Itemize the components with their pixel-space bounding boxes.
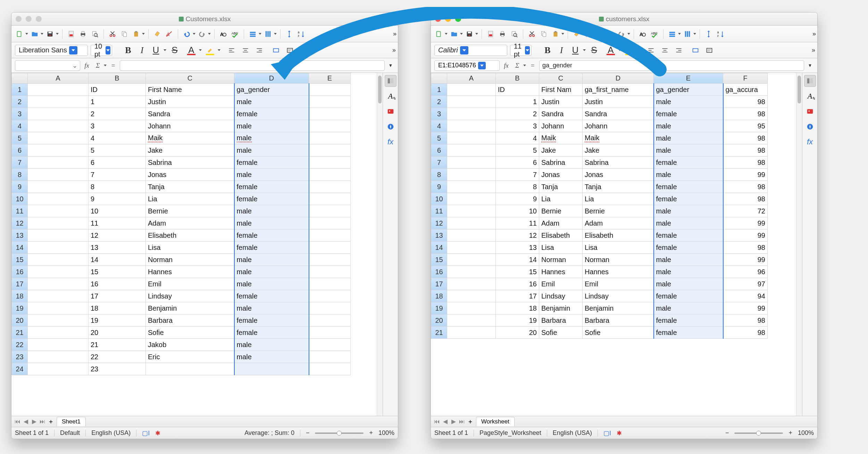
cell[interactable] (447, 144, 496, 157)
zoom-slider[interactable] (734, 432, 783, 434)
row-icon[interactable] (667, 29, 677, 39)
cell[interactable]: Lia (539, 193, 583, 205)
cell[interactable]: ga_accura (723, 84, 768, 96)
font-size-select[interactable]: 10 pt (91, 45, 112, 56)
cell[interactable] (309, 205, 351, 217)
cell[interactable]: 3 (496, 120, 539, 132)
print-icon[interactable] (497, 29, 508, 39)
cell[interactable] (28, 144, 89, 157)
cell[interactable] (309, 314, 351, 327)
open-icon[interactable] (449, 29, 459, 39)
cell[interactable]: 15 (89, 266, 146, 278)
cell[interactable]: female (234, 193, 309, 205)
cell[interactable] (28, 290, 89, 302)
cell[interactable]: male (234, 351, 309, 363)
sort-az-icon[interactable]: az (296, 29, 306, 39)
cut-icon[interactable] (107, 29, 118, 39)
cell[interactable]: male (234, 169, 309, 181)
cell[interactable] (447, 169, 496, 181)
cell[interactable]: Hannes (146, 266, 234, 278)
cell[interactable]: Johann (146, 120, 234, 132)
cell[interactable]: 98 (723, 314, 768, 327)
cell[interactable]: Elisabeth (583, 229, 654, 242)
cell[interactable] (447, 132, 496, 144)
dropdown-icon[interactable] (583, 49, 586, 51)
cut-icon[interactable] (527, 29, 537, 39)
highlight-button[interactable] (205, 45, 216, 56)
zoom-slider[interactable] (315, 432, 364, 434)
cell[interactable]: male (234, 339, 309, 351)
cell[interactable]: Jonas (146, 169, 234, 181)
row-header[interactable]: 18 (431, 290, 447, 302)
cell[interactable]: 23 (89, 363, 146, 375)
cell[interactable]: male (234, 217, 309, 229)
cell[interactable] (28, 242, 89, 254)
close-button[interactable] (435, 16, 441, 22)
dropdown-icon[interactable] (678, 33, 681, 35)
save-icon[interactable] (464, 29, 475, 39)
cell[interactable]: male (234, 120, 309, 132)
row-header[interactable]: 14 (431, 242, 447, 254)
column-header[interactable]: F (723, 73, 768, 84)
cell[interactable]: Barbara (583, 314, 654, 327)
cell[interactable]: Benjamin (583, 302, 654, 314)
row-header[interactable]: 23 (12, 351, 28, 363)
cell[interactable] (28, 193, 89, 205)
cell[interactable]: Barbara (146, 314, 234, 327)
row-header[interactable]: 10 (12, 193, 28, 205)
merge-button[interactable] (690, 45, 701, 56)
cell[interactable] (28, 351, 89, 363)
cell[interactable]: Sofie (146, 327, 234, 339)
toolbar-overflow-icon[interactable]: » (812, 30, 815, 37)
cell[interactable] (309, 363, 351, 375)
column-header[interactable]: D (234, 73, 309, 84)
print-icon[interactable] (78, 29, 88, 39)
cell[interactable] (309, 108, 351, 120)
close-button[interactable] (16, 16, 22, 22)
align-center-button[interactable] (659, 45, 670, 56)
row-header[interactable]: 16 (431, 266, 447, 278)
zoom-out-icon[interactable]: − (306, 429, 310, 437)
cell[interactable]: 98 (723, 193, 768, 205)
cell[interactable]: Bernie (146, 205, 234, 217)
functions-panel-icon[interactable]: fx (804, 136, 816, 148)
cell[interactable] (309, 242, 351, 254)
column-header[interactable]: E (654, 73, 723, 84)
cell[interactable]: male (234, 266, 309, 278)
vertical-scrollbar[interactable] (377, 73, 383, 416)
cell[interactable]: Hannes (583, 266, 654, 278)
page-style[interactable]: PageStyle_Worksheet (479, 429, 541, 437)
cell[interactable]: female (654, 314, 723, 327)
row-header[interactable]: 21 (431, 327, 447, 339)
cell[interactable]: female (654, 327, 723, 339)
cell[interactable]: Lia (583, 193, 654, 205)
cell[interactable]: ID (89, 84, 146, 96)
align-left-button[interactable] (226, 45, 237, 56)
zoom-level[interactable]: 100% (378, 429, 394, 437)
dropdown-icon[interactable] (142, 33, 145, 35)
row-header[interactable]: 11 (431, 205, 447, 217)
row-header[interactable]: 16 (12, 266, 28, 278)
align-left-button[interactable] (645, 45, 657, 56)
cell[interactable]: Justin (583, 96, 654, 108)
cell[interactable]: 98 (723, 144, 768, 157)
cell[interactable]: 14 (89, 254, 146, 266)
row-header[interactable]: 6 (12, 144, 28, 157)
navigator-panel-icon[interactable] (385, 121, 397, 133)
minimize-button[interactable] (445, 16, 451, 22)
last-sheet-icon[interactable]: ⏭ (458, 418, 466, 426)
cell[interactable]: 8 (496, 181, 539, 193)
clear-format-icon[interactable]: A (164, 29, 174, 39)
cell[interactable]: 99 (723, 169, 768, 181)
cell[interactable] (28, 181, 89, 193)
find-icon[interactable]: A (218, 29, 228, 39)
row-header[interactable]: 10 (431, 193, 447, 205)
cell[interactable] (28, 108, 89, 120)
cell[interactable]: male (654, 132, 723, 144)
save-icon[interactable] (45, 29, 55, 39)
row-header[interactable]: 1 (12, 84, 28, 96)
new-doc-icon[interactable] (434, 29, 444, 39)
cell[interactable] (447, 314, 496, 327)
zoom-in-icon[interactable]: + (369, 429, 373, 437)
cell[interactable]: female (234, 327, 309, 339)
